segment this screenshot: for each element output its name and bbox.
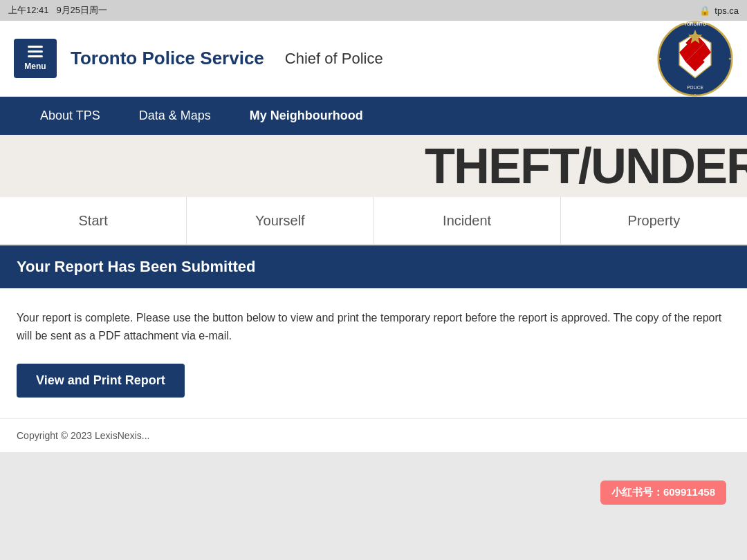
submission-banner: Your Report Has Been Submitted [0, 245, 747, 288]
hero-banner: THEFT/UNDER [0, 135, 747, 197]
hamburger-icon [28, 50, 43, 53]
content-area: Your report is complete. Please use the … [0, 288, 747, 411]
status-right: 🔒 tps.ca [699, 6, 739, 16]
lock-icon: 🔒 [699, 6, 710, 16]
status-bar: 上午12:41 9月25日周一 🔒 tps.ca [0, 0, 747, 21]
toronto-police-badge: TORONTO POLICE [657, 21, 733, 97]
progress-steps: Start Yourself Incident Property [0, 197, 747, 245]
nav-item-neighbourhood[interactable]: My Neighbourhood [230, 97, 382, 135]
view-print-button[interactable]: View and Print Report [17, 364, 185, 398]
nav-item-data-maps[interactable]: Data & Maps [120, 97, 230, 135]
site-title: Toronto Police Service [71, 48, 264, 69]
site-header: Menu Toronto Police Service Chief of Pol… [0, 21, 747, 97]
svg-point-11 [694, 93, 697, 95]
step-yourself: Yourself [187, 197, 374, 244]
step-incident: Incident [374, 197, 561, 244]
svg-point-13 [729, 57, 731, 59]
hero-text: THEFT/UNDER [425, 138, 747, 194]
watermark: 小红书号：609911458 [600, 480, 726, 505]
status-time: 上午12:41 9月25日周一 [8, 4, 107, 17]
webpage: Menu Toronto Police Service Chief of Pol… [0, 21, 747, 452]
nav-item-about[interactable]: About TPS [21, 97, 120, 135]
svg-point-10 [694, 21, 697, 24]
copyright: Copyright © 2023 LexisNexis... [0, 418, 747, 452]
hamburger-icon [28, 46, 43, 48]
content-body: Your report is complete. Please use the … [17, 309, 730, 344]
menu-button[interactable]: Menu [14, 39, 57, 78]
svg-text:POLICE: POLICE [687, 85, 703, 90]
step-start: Start [0, 197, 187, 244]
step-property: Property [561, 197, 747, 244]
svg-point-12 [659, 57, 661, 59]
chief-title: Chief of Police [285, 50, 383, 68]
main-nav: About TPS Data & Maps My Neighbourhood [0, 97, 747, 135]
hamburger-icon [28, 55, 43, 57]
